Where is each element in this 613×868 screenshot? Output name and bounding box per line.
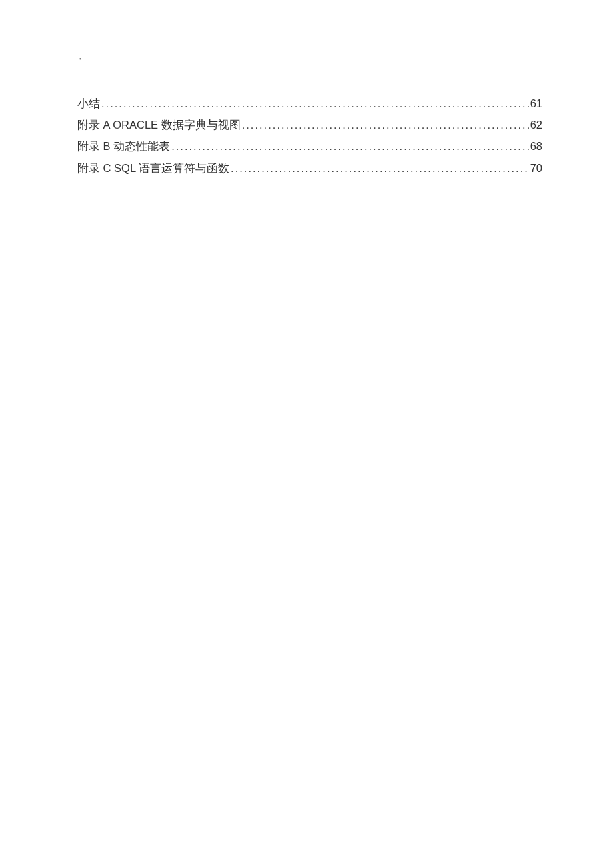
toc-entry: 附录 C SQL 语言运算符与函数 70 xyxy=(77,157,542,179)
toc-entry: 附录 B 动态性能表 68 xyxy=(77,135,542,157)
header-mark: " xyxy=(79,57,542,65)
toc-entry: 小结 61 xyxy=(77,93,542,114)
toc-title: 附录 A ORACLE 数据字典与视图 xyxy=(77,114,241,135)
toc-page-number: 68 xyxy=(530,135,542,157)
table-of-contents: 小结 61 附录 A ORACLE 数据字典与视图 62 附录 B 动态性能表 … xyxy=(77,93,542,179)
toc-leader xyxy=(242,114,529,135)
toc-leader xyxy=(101,93,529,114)
toc-title: 小结 xyxy=(77,93,100,114)
toc-title: 附录 C SQL 语言运算符与函数 xyxy=(77,157,229,179)
document-page: " 小结 61 附录 A ORACLE 数据字典与视图 62 附录 B 动态性能… xyxy=(0,0,613,179)
toc-leader xyxy=(171,135,528,157)
toc-title: 附录 B 动态性能表 xyxy=(77,135,170,157)
toc-entry: 附录 A ORACLE 数据字典与视图 62 xyxy=(77,114,542,135)
toc-page-number: 62 xyxy=(530,114,542,135)
toc-page-number: 70 xyxy=(530,157,542,179)
toc-leader xyxy=(231,157,529,179)
toc-page-number: 61 xyxy=(530,93,542,114)
